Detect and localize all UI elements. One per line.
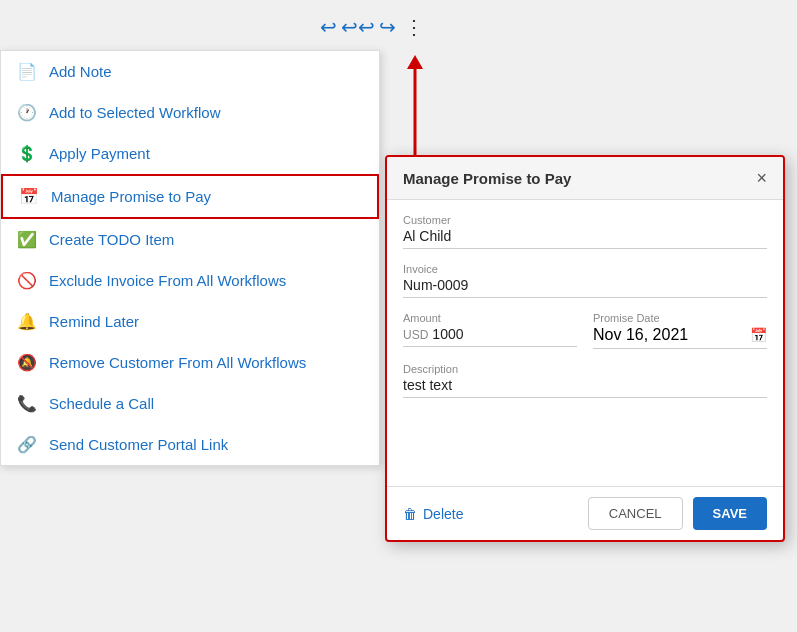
menu-label-add-note: Add Note xyxy=(49,63,112,80)
description-label: Description xyxy=(403,363,767,375)
customer-label: Customer xyxy=(403,214,767,226)
menu-label-create-todo: Create TODO Item xyxy=(49,231,174,248)
menu-item-exclude-invoice[interactable]: 🚫 Exclude Invoice From All Workflows xyxy=(1,260,379,301)
dialog-title: Manage Promise to Pay xyxy=(403,170,571,187)
redo-icon[interactable]: ↪ xyxy=(379,15,396,39)
menu-label-remind-later: Remind Later xyxy=(49,313,139,330)
dialog-body: Customer Al Child Invoice Num-0009 Amoun… xyxy=(387,200,783,426)
customer-value: Al Child xyxy=(403,228,767,249)
amount-value: USD1000 xyxy=(403,326,577,347)
dialog-header: Manage Promise to Pay × xyxy=(387,157,783,200)
footer-actions: CANCEL SAVE xyxy=(588,497,767,530)
delete-label: Delete xyxy=(423,506,463,522)
undo-all-icon[interactable]: ↩↩ xyxy=(341,15,375,39)
amount-number: 1000 xyxy=(432,326,463,342)
dialog-footer: 🗑 Delete CANCEL SAVE xyxy=(387,486,783,540)
save-button[interactable]: SAVE xyxy=(693,497,767,530)
promise-date-label: Promise Date xyxy=(593,312,767,324)
dialog-close-button[interactable]: × xyxy=(756,169,767,187)
menu-item-apply-payment[interactable]: 💲 Apply Payment xyxy=(1,133,379,174)
invoice-field: Invoice Num-0009 xyxy=(403,263,767,298)
context-menu: 📄 Add Note 🕐 Add to Selected Workflow 💲 … xyxy=(0,50,380,466)
menu-item-add-workflow[interactable]: 🕐 Add to Selected Workflow xyxy=(1,92,379,133)
link-icon: 🔗 xyxy=(17,435,37,454)
bell-icon: 🔔 xyxy=(17,312,37,331)
menu-item-send-portal[interactable]: 🔗 Send Customer Portal Link xyxy=(1,424,379,465)
amount-prefix: USD xyxy=(403,328,428,342)
payment-icon: 💲 xyxy=(17,144,37,163)
description-value: test text xyxy=(403,377,767,398)
toolbar: ↩ ↩↩ ↪ ⋮ xyxy=(320,15,424,39)
menu-label-manage-promise: Manage Promise to Pay xyxy=(51,188,211,205)
menu-item-schedule-call[interactable]: 📞 Schedule a Call xyxy=(1,383,379,424)
more-options-icon[interactable]: ⋮ xyxy=(404,15,424,39)
menu-item-manage-promise[interactable]: 📅 Manage Promise to Pay xyxy=(1,174,379,219)
note-icon: 📄 xyxy=(17,62,37,81)
customer-field: Customer Al Child xyxy=(403,214,767,249)
todo-icon: ✅ xyxy=(17,230,37,249)
calendar-menu-icon: 📅 xyxy=(19,187,39,206)
menu-item-remove-customer[interactable]: 🔕 Remove Customer From All Workflows xyxy=(1,342,379,383)
menu-label-apply-payment: Apply Payment xyxy=(49,145,150,162)
amount-label: Amount xyxy=(403,312,577,324)
delete-button[interactable]: 🗑 Delete xyxy=(403,506,463,522)
menu-label-schedule-call: Schedule a Call xyxy=(49,395,154,412)
menu-item-create-todo[interactable]: ✅ Create TODO Item xyxy=(1,219,379,260)
menu-item-remind-later[interactable]: 🔔 Remind Later xyxy=(1,301,379,342)
promise-date-value: Nov 16, 2021 xyxy=(593,326,688,344)
menu-label-remove-customer: Remove Customer From All Workflows xyxy=(49,354,306,371)
menu-item-add-note[interactable]: 📄 Add Note xyxy=(1,51,379,92)
manage-promise-dialog: Manage Promise to Pay × Customer Al Chil… xyxy=(385,155,785,542)
cancel-button[interactable]: CANCEL xyxy=(588,497,683,530)
phone-icon: 📞 xyxy=(17,394,37,413)
menu-label-send-portal: Send Customer Portal Link xyxy=(49,436,228,453)
undo-icon[interactable]: ↩ xyxy=(320,15,337,39)
trash-icon: 🗑 xyxy=(403,506,417,522)
menu-label-exclude-invoice: Exclude Invoice From All Workflows xyxy=(49,272,286,289)
exclude-icon: 🚫 xyxy=(17,271,37,290)
menu-label-add-workflow: Add to Selected Workflow xyxy=(49,104,220,121)
promise-date-field: Promise Date Nov 16, 2021 📅 xyxy=(593,312,767,349)
invoice-label: Invoice xyxy=(403,263,767,275)
description-field: Description test text xyxy=(403,363,767,398)
date-picker-icon[interactable]: 📅 xyxy=(750,327,767,343)
promise-date-value-row: Nov 16, 2021 📅 xyxy=(593,326,767,349)
remove-icon: 🔕 xyxy=(17,353,37,372)
amount-date-row: Amount USD1000 Promise Date Nov 16, 2021… xyxy=(403,312,767,349)
workflow-icon: 🕐 xyxy=(17,103,37,122)
amount-field: Amount USD1000 xyxy=(403,312,577,349)
invoice-value: Num-0009 xyxy=(403,277,767,298)
